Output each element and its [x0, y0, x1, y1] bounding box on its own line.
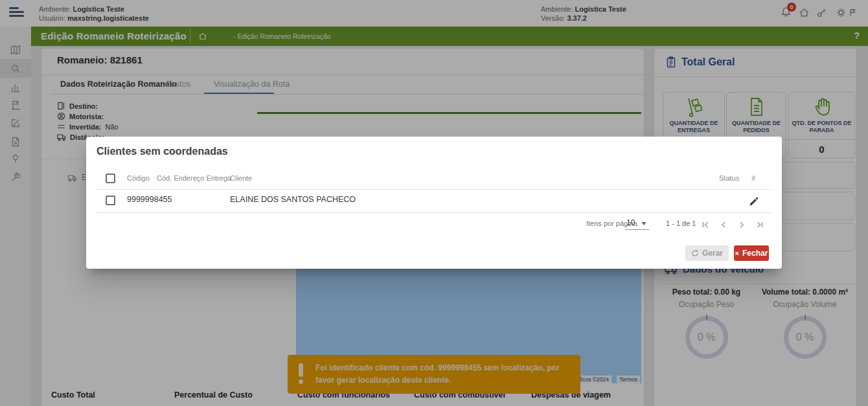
column-header-cod-endereco: Cód. Endereço Entrega	[157, 174, 231, 182]
modal-title: Clientes sem coordenadas	[97, 146, 228, 157]
column-header-cliente: Cliente	[230, 174, 252, 182]
column-header-actions: #	[751, 174, 755, 182]
select-all-checkbox[interactable]	[106, 174, 115, 183]
chevron-right-icon	[737, 220, 747, 230]
previous-page-button[interactable]	[716, 217, 731, 232]
chevron-left-icon	[718, 220, 729, 230]
next-page-button[interactable]	[734, 217, 749, 232]
gerar-button[interactable]: Gerar	[685, 245, 729, 261]
close-icon: ×	[735, 249, 739, 257]
page-size-select[interactable]: 10	[625, 218, 649, 230]
edit-pencil-icon[interactable]	[749, 196, 759, 205]
first-page-button[interactable]	[698, 217, 713, 232]
app-root: Ambiente: Logística Teste Usuário: maxst…	[0, 0, 868, 406]
table-row-divider	[97, 212, 771, 213]
refresh-icon	[691, 249, 699, 257]
cell-cliente: ELAINE DOS SANTOS PACHECO	[230, 195, 356, 204]
table-header-divider	[97, 189, 771, 190]
pagination-range: 1 - 1 de 1	[666, 220, 696, 227]
last-page-button[interactable]	[752, 217, 768, 232]
row-checkbox[interactable]	[106, 196, 115, 205]
clientes-sem-coordenadas-modal: Clientes sem coordenadas Código Cód. End…	[86, 137, 782, 269]
cell-codigo: 9999998455	[127, 195, 172, 204]
column-header-codigo: Código	[127, 174, 150, 182]
last-page-icon	[755, 220, 765, 230]
fechar-button[interactable]: × Fechar	[734, 245, 769, 261]
first-page-icon	[700, 220, 711, 230]
chevron-down-icon	[641, 222, 646, 225]
column-header-status: Status	[719, 174, 739, 182]
